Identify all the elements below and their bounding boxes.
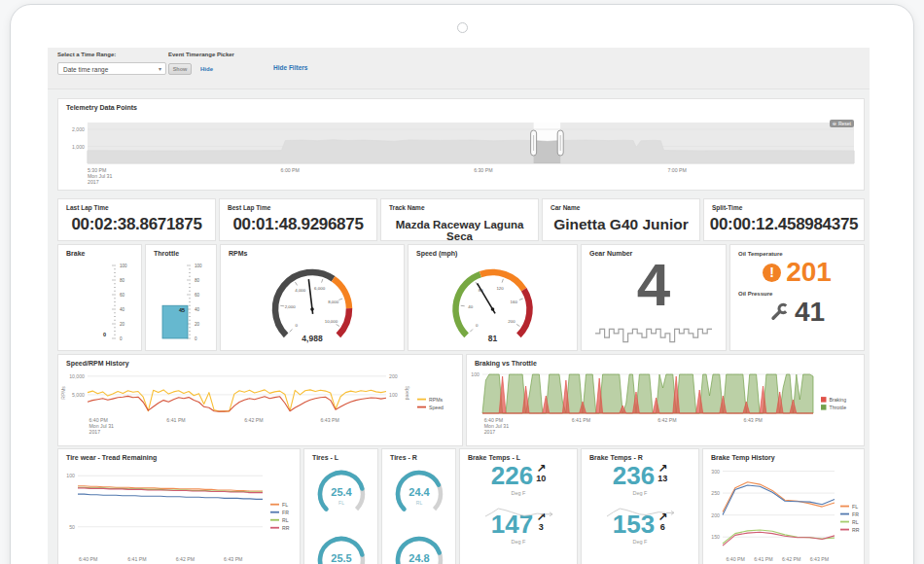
camera-dot: [457, 22, 468, 33]
svg-text:6:41 PM: 6:41 PM: [127, 556, 146, 562]
panel-title: Throttle: [146, 245, 216, 257]
panel-brake-gauge: Brake 0204060801000: [57, 244, 142, 351]
svg-text:6:00 PM: 6:00 PM: [281, 167, 300, 173]
svg-text:200: 200: [711, 512, 720, 518]
gear-value: 4: [582, 251, 726, 319]
svg-text:100: 100: [120, 264, 127, 268]
time-range-label: Select a Time Range:: [57, 52, 116, 57]
unit-label: Deg F: [460, 539, 577, 545]
tire-wear-chart: 501006:40 PM6:41 PM6:42 PM6:43 PMFLFRRLR…: [58, 459, 300, 564]
panel-tires-right: Tires - R 24.4RL 24.8RR: [381, 448, 456, 564]
svg-text:25.4: 25.4: [331, 486, 352, 498]
svg-text:6:41 PM: 6:41 PM: [572, 417, 590, 423]
tire-gauge-fr: 25.5FR: [315, 533, 368, 564]
svg-text:0: 0: [120, 336, 123, 341]
svg-text:100: 100: [66, 473, 75, 478]
svg-text:2017: 2017: [484, 429, 496, 435]
svg-text:6:43 PM: 6:43 PM: [320, 417, 338, 423]
unit-label: Deg F: [582, 539, 698, 545]
kpi-value: 00:00:12.458984375: [704, 215, 864, 234]
svg-text:RL: RL: [852, 519, 859, 525]
svg-text:Braking: Braking: [830, 397, 847, 403]
panel-last-lap-time: Last Lap Time 00:02:38.8671875: [57, 198, 216, 241]
show-button[interactable]: Show: [168, 63, 192, 75]
svg-text:40: 40: [468, 304, 473, 309]
svg-text:4,000: 4,000: [295, 288, 306, 293]
svg-text:20: 20: [120, 322, 125, 327]
svg-text:24.8: 24.8: [409, 552, 429, 564]
panel-oil: Oil Temperature ! 201 Oil Pressure 41: [729, 244, 865, 351]
svg-text:100: 100: [195, 264, 202, 268]
svg-text:Speed: Speed: [405, 386, 410, 401]
kpi-label: Car Name: [543, 199, 699, 211]
svg-text:RL: RL: [282, 517, 289, 523]
wrench-icon: [769, 302, 790, 322]
brake-temp-delta: 6: [660, 522, 665, 532]
time-range-value: Date time range: [63, 66, 108, 73]
speed-radial-gauge: 0408012016020081: [409, 257, 577, 350]
brake-filler-gauge: 0204060801000: [58, 260, 141, 350]
svg-text:FL: FL: [338, 500, 344, 506]
svg-text:6:41 PM: 6:41 PM: [754, 556, 772, 562]
svg-text:FL: FL: [852, 504, 858, 510]
svg-text:6:43 PM: 6:43 PM: [810, 556, 829, 562]
svg-text:2,000: 2,000: [285, 304, 297, 309]
svg-text:Speed: Speed: [429, 405, 444, 410]
panel-title: Brake Temps - R: [582, 449, 698, 461]
panel-title: Brake: [58, 245, 141, 257]
svg-text:40: 40: [195, 307, 200, 312]
reset-label: Reset: [838, 121, 851, 126]
svg-text:RPMs: RPMs: [60, 386, 66, 400]
oil-temperature-value: 201: [786, 259, 832, 286]
svg-text:120: 120: [496, 286, 504, 291]
svg-text:80: 80: [120, 278, 125, 283]
svg-text:8,000: 8,000: [328, 300, 339, 304]
tire-gauge-rr: 24.8RR: [393, 533, 445, 564]
svg-text:RL: RL: [416, 500, 423, 506]
hide-filters-link[interactable]: Hide Filters: [273, 64, 307, 71]
kpi-label: Split-Time: [704, 199, 864, 211]
panel-brake-temp-history: Brake Temp History 1502002503006:40 PM6:…: [702, 448, 865, 564]
brake-temp-sparkline: [607, 506, 675, 519]
svg-text:6,000: 6,000: [314, 286, 326, 291]
kpi-label: Best Lap Time: [220, 199, 376, 211]
svg-text:250: 250: [711, 490, 720, 496]
gear-history-sparkline: [595, 321, 712, 348]
panel-speed-gauge: Speed (mph) 0408012016020081: [408, 244, 578, 351]
brake-temp-value: 226: [491, 463, 533, 488]
svg-text:60: 60: [120, 293, 125, 298]
svg-text:6:43 PM: 6:43 PM: [744, 417, 763, 423]
oil-pressure-label: Oil Pressure: [730, 286, 864, 297]
brake-temp-delta: 3: [539, 522, 544, 532]
svg-text:6:42 PM: 6:42 PM: [176, 556, 195, 562]
panel-speed-rpm-history: Speed/RPM History 5,00010,000100200RPMsS…: [57, 354, 463, 446]
svg-text:FR: FR: [852, 511, 859, 517]
kpi-value: Mazda Raceway Laguna Seca: [381, 219, 538, 241]
svg-text:0: 0: [195, 336, 197, 341]
svg-text:2017: 2017: [88, 179, 99, 185]
svg-text:RPMs: RPMs: [429, 397, 444, 403]
panel-telemetry: Telemetry Data Points 1,0002,0005:30 PMM…: [57, 98, 865, 191]
svg-text:2,000: 2,000: [72, 126, 85, 132]
svg-text:150: 150: [711, 534, 720, 540]
kpi-value: 00:02:38.8671875: [58, 215, 215, 234]
panel-rpm-gauge: RPMs 02,0004,0006,0008,00010,0004,988: [220, 244, 405, 351]
brake-temp-sparkline: [485, 506, 553, 519]
panel-throttle-gauge: Throttle 02040608010045: [145, 244, 217, 351]
svg-text:45: 45: [179, 307, 185, 313]
dashboard-screen: Select a Time Range: Date time range ▾ E…: [48, 45, 870, 564]
tablet-frame: Select a Time Range: Date time range ▾ E…: [10, 4, 914, 564]
brake-temp-delta: 10: [536, 474, 546, 483]
svg-text:40: 40: [120, 307, 125, 312]
svg-text:1,000: 1,000: [72, 144, 85, 150]
unit-label: Deg F: [582, 490, 698, 496]
hide-link[interactable]: Hide: [200, 66, 213, 72]
reset-button[interactable]: ⊖ Reset: [830, 120, 854, 127]
svg-text:6:43 PM: 6:43 PM: [224, 556, 242, 562]
svg-text:FR: FR: [282, 510, 289, 515]
panel-gear-number: Gear Number 4: [581, 244, 727, 351]
time-range-dropdown[interactable]: Date time range ▾: [57, 62, 166, 75]
time-range-selector-chart[interactable]: 1,0002,0005:30 PMMon Jul 3120176:00 PM6:…: [58, 99, 864, 190]
panel-best-lap-time: Best Lap Time 00:01:48.9296875: [219, 198, 377, 241]
braking-throttle-chart: 1006:40 PMMon Jul 3120176:41 PM6:42 PM6:…: [467, 363, 864, 445]
